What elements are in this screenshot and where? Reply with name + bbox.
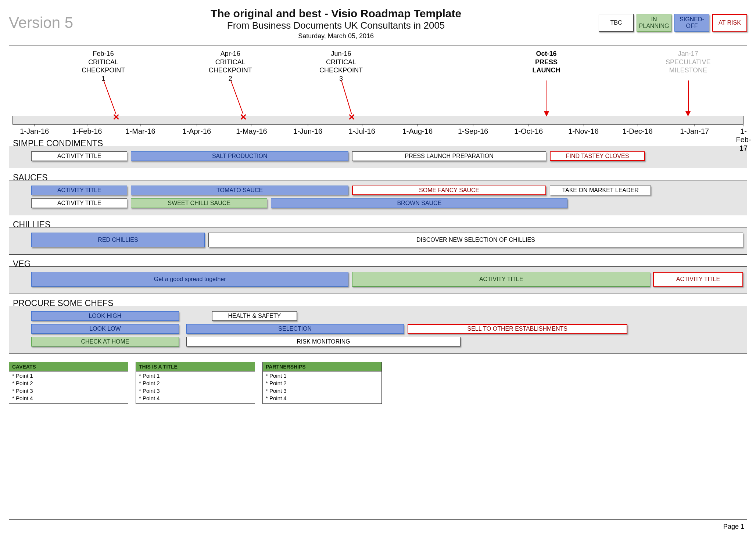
subtitle: From Business Documents UK Consultants i…	[211, 20, 461, 31]
footer-point: * Point 2	[139, 380, 252, 387]
swimlane-title: CHILLIES	[13, 220, 747, 230]
timeline-tick: 1-Sep-16	[458, 127, 488, 136]
legend-signed-off: SIGNED-OFF	[674, 14, 709, 32]
footer-point: * Point 1	[266, 372, 379, 380]
milestone-x-icon: ✕	[348, 112, 355, 122]
milestone-connector	[230, 80, 244, 115]
timeline-tick: 1-Jun-16	[293, 127, 322, 136]
legend-at-risk: AT RISK	[712, 14, 747, 32]
activity-bar: TAKE ON MARKET LEADER	[550, 186, 651, 195]
timeline-tick: 1-Jan-17	[680, 127, 709, 136]
activity-bar: BROWN SAUCE	[271, 198, 567, 208]
time-bar	[12, 116, 744, 125]
activity-bar: HEALTH & SAFETY	[212, 311, 297, 321]
milestone-x-icon: ✕	[240, 112, 247, 122]
activity-bar: ACTIVITY TITLE	[31, 151, 127, 161]
timeline-tick: 1-Jul-16	[349, 127, 375, 136]
title-block: The original and best - Visio Roadmap Te…	[211, 7, 461, 40]
activity-bar: CHECK AT HOME	[31, 337, 179, 347]
timeline-tick: 1-Oct-16	[514, 127, 543, 136]
swimlane: PROCURE SOME CHEFSLOOK HIGHHEALTH & SAFE…	[9, 306, 747, 354]
activity-bar: SWEET CHILLI SAUCE	[131, 198, 267, 208]
footer-point: * Point 3	[12, 387, 125, 395]
swimlanes: SIMPLE CONDIMENTSACTIVITY TITLESALT PROD…	[9, 146, 747, 354]
footer-point: * Point 3	[139, 387, 252, 395]
footer-point: * Point 4	[266, 395, 379, 402]
swimlane-title: SAUCES	[13, 173, 747, 183]
footer-box-title: THIS IS A TITLE	[136, 362, 255, 371]
legend: TBC IN PLANNING SIGNED-OFF AT RISK	[599, 14, 747, 32]
activity-bar: RISK MONITORING	[186, 337, 461, 347]
milestone-label: Feb-16CRITICALCHECKPOINT1	[70, 50, 136, 83]
milestone-area: 1-Jan-161-Feb-161-Mar-161-Apr-161-May-16…	[9, 50, 747, 130]
version-label: Version 5	[9, 14, 73, 32]
page: Version 5 The original and best - Visio …	[0, 0, 756, 535]
swimlane: SIMPLE CONDIMENTSACTIVITY TITLESALT PROD…	[9, 146, 747, 168]
activity-bar: RED CHILLIES	[31, 233, 205, 247]
date-label: Saturday, March 05, 2016	[211, 32, 461, 40]
swimlane-title: VEG	[13, 259, 747, 269]
legend-tbc: TBC	[599, 14, 634, 32]
timeline-tick: 1-May-16	[236, 127, 267, 136]
footer-point: * Point 2	[12, 380, 125, 387]
footer-rule	[9, 519, 747, 520]
main-title: The original and best - Visio Roadmap Te…	[211, 7, 461, 20]
footer-box: CAVEATS* Point 1* Point 2* Point 3* Poin…	[9, 362, 128, 404]
timeline-tick: 1-Jan-16	[20, 127, 49, 136]
footer-point: * Point 3	[266, 387, 379, 395]
activity-bar: SELL TO OTHER ESTABLISHMENTS	[408, 324, 627, 334]
activity-bar: LOOK HIGH	[31, 311, 179, 321]
timeline-tick: 1-Dec-16	[622, 127, 652, 136]
milestone-connector	[688, 80, 689, 114]
timeline-tick: 1-Aug-16	[402, 127, 433, 136]
activity-bar: ACTIVITY TITLE	[31, 186, 127, 195]
footer-box-title: CAVEATS	[9, 362, 128, 371]
milestone-label: Jun-16CRITICALCHECKPOINT3	[308, 50, 374, 83]
activity-bar: ACTIVITY TITLE	[653, 272, 743, 287]
footer-point: * Point 4	[12, 395, 125, 402]
footer-box-title: PARTNERSHIPS	[263, 362, 381, 371]
activity-bar: FIND TASTEY CLOVES	[550, 151, 645, 161]
footer-box: PARTNERSHIPS* Point 1* Point 2* Point 3*…	[262, 362, 382, 404]
footer-point: * Point 1	[12, 372, 125, 380]
milestone-arrow-icon	[685, 111, 691, 116]
milestone-arrow-icon	[544, 111, 549, 116]
timeline-tick: 1-Mar-16	[125, 127, 155, 136]
swimlane-title: SIMPLE CONDIMENTS	[13, 139, 747, 148]
milestone-connector	[341, 80, 352, 115]
activity-bar: Get a good spread together	[31, 272, 348, 287]
activity-bar: LOOK LOW	[31, 324, 179, 334]
milestone-connector	[547, 80, 547, 114]
page-number: Page 1	[723, 523, 744, 531]
footer-point: * Point 1	[139, 372, 252, 380]
footer-boxes: CAVEATS* Point 1* Point 2* Point 3* Poin…	[9, 362, 747, 404]
activity-bar: SELECTION	[186, 324, 404, 334]
milestone-label: Apr-16CRITICALCHECKPOINT2	[197, 50, 264, 83]
activity-bar: DISCOVER NEW SELECTION OF CHILLIES	[208, 233, 743, 247]
milestone-connector	[103, 80, 117, 115]
timeline-tick: 1-Nov-16	[568, 127, 598, 136]
tick-row: 1-Jan-161-Feb-161-Mar-161-Apr-161-May-16…	[12, 125, 744, 140]
footer-box: THIS IS A TITLE* Point 1* Point 2* Point…	[136, 362, 255, 404]
timeline-tick: 1-Feb-16	[72, 127, 102, 136]
header-row: Version 5 The original and best - Visio …	[9, 7, 747, 46]
activity-bar: ACTIVITY TITLE	[352, 272, 650, 287]
activity-bar: SALT PRODUCTION	[131, 151, 348, 161]
timeline-tick: 1-Feb-17	[736, 127, 751, 152]
milestone-x-icon: ✕	[112, 112, 120, 122]
activity-bar: SOME FANCY SAUCE	[352, 186, 546, 195]
activity-bar: ACTIVITY TITLE	[31, 198, 127, 208]
legend-in-planning: IN PLANNING	[637, 14, 671, 32]
swimlane: SAUCESACTIVITY TITLETOMATO SAUCESOME FAN…	[9, 180, 747, 215]
activity-bar: TOMATO SAUCE	[131, 186, 348, 195]
milestone-label: Oct-16PRESSLAUNCH	[513, 50, 580, 75]
swimlane: VEGGet a good spread togetherACTIVITY TI…	[9, 266, 747, 294]
footer-point: * Point 4	[139, 395, 252, 402]
swimlane-title: PROCURE SOME CHEFS	[13, 298, 747, 308]
timeline-tick: 1-Apr-16	[182, 127, 211, 136]
swimlane: CHILLIESRED CHILLIESDISCOVER NEW SELECTI…	[9, 227, 747, 255]
footer-point: * Point 2	[266, 380, 379, 387]
milestone-label: Jan-17SPECULATIVEMILESTONE	[655, 50, 721, 75]
activity-bar: PRESS LAUNCH PREPARATION	[352, 151, 546, 161]
